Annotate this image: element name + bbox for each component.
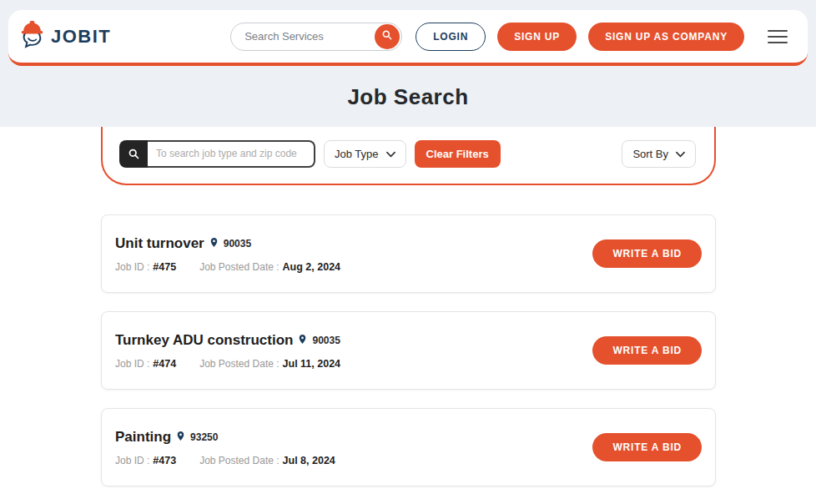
header-search: [230, 23, 402, 51]
signup-button[interactable]: SIGN UP: [497, 23, 577, 51]
job-id-value: #475: [153, 261, 176, 273]
job-title: Painting: [115, 429, 171, 446]
hard-hat-logo-icon: [18, 20, 46, 53]
filter-search: [119, 140, 315, 168]
top-band: JOBIT LOGIN SIGN UP SIGN UP AS COMPANY J…: [0, 0, 816, 127]
write-bid-button[interactable]: WRITE A BID: [592, 433, 702, 461]
location-pin-icon: [297, 333, 308, 348]
location-pin-icon: [209, 236, 219, 251]
location-pin-icon: [175, 430, 186, 445]
header-search-button[interactable]: [375, 24, 400, 49]
job-zip: 90035: [224, 238, 251, 249]
job-card: Turnkey ADU construction 90035 Job ID :#…: [101, 311, 716, 390]
posted-date-value: Jul 8, 2024: [283, 455, 335, 466]
sort-by-dropdown[interactable]: Sort By: [622, 140, 696, 168]
login-button[interactable]: LOGIN: [416, 23, 486, 51]
job-info: Turnkey ADU construction 90035 Job ID :#…: [115, 332, 340, 370]
sort-by-dropdown-label: Sort By: [632, 148, 668, 160]
job-zip: 93250: [190, 431, 218, 443]
posted-date-label: Job Posted Date :: [199, 358, 279, 370]
signup-company-button[interactable]: SIGN UP AS COMPANY: [588, 23, 744, 51]
job-type-dropdown-label: Job Type: [335, 148, 379, 160]
job-id-label: Job ID :: [115, 261, 149, 273]
brand-logo[interactable]: JOBIT: [18, 20, 111, 53]
job-id-value: #474: [153, 358, 176, 370]
posted-date-label: Job Posted Date :: [199, 261, 279, 273]
chevron-down-icon: [386, 148, 395, 160]
job-title: Unit turnover: [115, 235, 204, 252]
chevron-down-icon: [676, 148, 685, 160]
job-id-value: #473: [153, 455, 176, 466]
write-bid-button[interactable]: WRITE A BID: [592, 336, 702, 365]
job-info: Painting 93250 Job ID :#473 Job Posted D…: [115, 429, 335, 466]
job-zip: 90035: [312, 335, 340, 346]
job-card: Unit turnover 90035 Job ID :#475 Job Pos…: [101, 214, 716, 293]
posted-date-value: Jul 11, 2024: [283, 358, 341, 370]
job-id-label: Job ID :: [115, 455, 149, 466]
posted-date-value: Aug 2, 2024: [283, 261, 340, 273]
posted-date-label: Job Posted Date :: [199, 455, 279, 466]
job-list: Unit turnover 90035 Job ID :#475 Job Pos…: [101, 214, 716, 486]
brand-name: JOBIT: [51, 26, 111, 48]
page-title: Job Search: [8, 66, 808, 110]
filter-bar: Job Type Clear Filters Sort By: [101, 127, 716, 185]
job-card: Painting 93250 Job ID :#473 Job Posted D…: [101, 408, 716, 486]
write-bid-button[interactable]: WRITE A BID: [592, 239, 702, 268]
clear-filters-button[interactable]: Clear Filters: [415, 140, 501, 168]
search-icon: [119, 140, 148, 168]
hamburger-menu-icon[interactable]: [768, 30, 788, 43]
job-title: Turnkey ADU construction: [115, 332, 293, 349]
search-icon: [381, 29, 393, 43]
job-info: Unit turnover 90035 Job ID :#475 Job Pos…: [115, 235, 340, 273]
job-type-dropdown[interactable]: Job Type: [324, 140, 406, 168]
job-id-label: Job ID :: [115, 358, 149, 370]
filter-search-input[interactable]: [148, 140, 315, 168]
header: JOBIT LOGIN SIGN UP SIGN UP AS COMPANY: [8, 10, 808, 66]
